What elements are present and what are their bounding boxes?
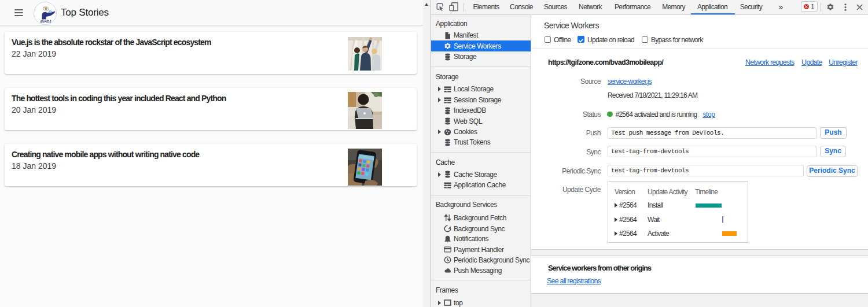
svg-text:BVAD3: BVAD3 [41, 20, 52, 23]
